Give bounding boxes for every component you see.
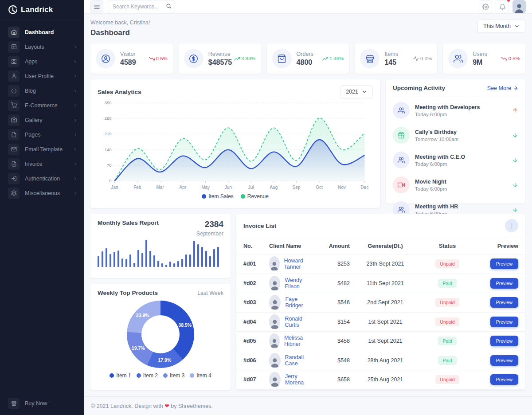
- stat-card-users: Users9M0.5%: [443, 43, 525, 74]
- monthly-sales-period: September: [196, 231, 223, 237]
- donut-legend-item[interactable]: Item 1: [110, 372, 131, 379]
- client-name-link[interactable]: Melissa Hibner: [284, 335, 310, 347]
- activity-item[interactable]: Meeting with DevelopersToday 6:00pm: [393, 98, 518, 123]
- sidebar-item-user-profile[interactable]: User Profile: [0, 69, 84, 83]
- client-name-link[interactable]: Wendy Filson: [285, 277, 310, 290]
- sidebar-item-miscellaneous[interactable]: Miscellaneous: [0, 186, 84, 200]
- preview-button[interactable]: Preview: [490, 258, 518, 269]
- client-name-link[interactable]: Randall Case: [285, 354, 310, 367]
- legend-dot: [241, 194, 245, 199]
- sales-chart-legend: Item SalesRevenue: [98, 193, 373, 200]
- legend-label: Item 2: [143, 372, 158, 379]
- see-more-link[interactable]: See More: [487, 85, 518, 91]
- legend-item-item-sales[interactable]: Item Sales: [202, 193, 234, 200]
- brand[interactable]: Landrick: [0, 0, 84, 20]
- mail-icon: [8, 144, 20, 155]
- activity-time: Today 6:00pm: [415, 112, 512, 117]
- legend-dot: [137, 373, 141, 378]
- stat-trend: 0.5%: [501, 56, 520, 62]
- year-select[interactable]: 2021: [340, 85, 373, 98]
- client-name-link[interactable]: Howard Tanner: [284, 258, 310, 270]
- sidebar-item-invoice[interactable]: Invoice: [0, 157, 84, 171]
- chevron-right-icon: [73, 59, 78, 64]
- sales-bar: [145, 240, 147, 267]
- invoice-date: 2nd Sept 2021: [350, 299, 421, 305]
- buy-now-button[interactable]: Buy Now: [0, 396, 84, 411]
- search-input[interactable]: [108, 0, 175, 13]
- activity-title: Meeting with HR: [415, 204, 512, 210]
- activity-title: Meeting with C.E.O: [415, 154, 512, 160]
- home-icon: [8, 27, 20, 38]
- monthly-sales-bars: [98, 239, 223, 267]
- svg-text:0: 0: [109, 178, 111, 183]
- sidebar-item-e-commerce[interactable]: E-Commerce: [0, 98, 84, 113]
- preview-button[interactable]: Preview: [490, 355, 518, 366]
- client-name-link[interactable]: Jerry Morena: [285, 373, 310, 386]
- activity-title: Cally's Birthday: [415, 129, 512, 135]
- client-name-link[interactable]: Ronald Curtis: [285, 316, 310, 328]
- sidebar-item-blog[interactable]: Blog: [0, 83, 84, 98]
- activity-item[interactable]: Cally's BirthdayTomorrow 10:00am: [393, 123, 518, 148]
- sidebar-nav: DashboardLayoutsAppsUser ProfileBlogE-Co…: [0, 20, 84, 200]
- invoice-menu-button[interactable]: [505, 219, 518, 232]
- buy-now-wrap: Buy Now: [0, 396, 84, 411]
- log-in-icon: [8, 173, 20, 184]
- sidebar-item-email-template[interactable]: Email Template: [0, 142, 84, 157]
- activity-item[interactable]: Meeting with C.E.OToday 6:00pm: [393, 148, 518, 172]
- preview-button[interactable]: Preview: [490, 317, 518, 327]
- donut-legend-item[interactable]: Item 2: [137, 372, 158, 379]
- activity-time: Tomorrow 10:00am: [415, 137, 512, 142]
- sales-bar: [125, 259, 127, 267]
- preview-button[interactable]: Preview: [490, 278, 518, 289]
- sales-bar: [197, 244, 199, 267]
- activity-title: Movie Night: [415, 179, 512, 185]
- activity-item[interactable]: Movie NightToday 6:00pm: [393, 172, 518, 197]
- svg-text:140: 140: [105, 147, 112, 152]
- sidebar-item-authentication[interactable]: Authentication: [0, 171, 84, 186]
- sidebar-item-dashboard[interactable]: Dashboard: [0, 25, 84, 39]
- period-select[interactable]: This Month: [477, 20, 525, 33]
- settings-button[interactable]: [479, 0, 492, 13]
- search: [108, 0, 175, 13]
- sales-bar: [133, 263, 135, 267]
- invoice-table: No.Client NameAmountGenerate(Dt.)StatusP…: [236, 238, 525, 390]
- preview-button[interactable]: Preview: [490, 336, 518, 346]
- sidebar-toggle-button[interactable]: [90, 0, 103, 13]
- preview-button[interactable]: Preview: [490, 374, 518, 385]
- bag-icon: [272, 49, 292, 68]
- sidebar-item-layouts[interactable]: Layouts: [0, 39, 84, 54]
- legend-item-revenue[interactable]: Revenue: [241, 193, 269, 200]
- column-header-amount: Amount: [310, 243, 350, 249]
- arrow-up-icon: [512, 107, 518, 114]
- invoice-row: #d07Jerry Morena$65825th Aug 2021UnpaidP…: [236, 370, 525, 390]
- sidebar-item-apps[interactable]: Apps: [0, 54, 84, 69]
- client-avatar: [269, 372, 281, 387]
- sidebar-item-pages[interactable]: Pages: [0, 127, 84, 142]
- legend-label: Revenue: [247, 193, 269, 200]
- monthly-sales-value: 2384: [196, 219, 223, 229]
- users-icon: [393, 152, 410, 168]
- sales-bar: [98, 256, 99, 267]
- sidebar-item-label: Authentication: [25, 176, 73, 182]
- notifications-button[interactable]: [496, 0, 509, 13]
- client-avatar: [269, 333, 280, 348]
- user-avatar[interactable]: [512, 0, 526, 13]
- sales-bar: [185, 254, 187, 267]
- upcoming-activity-title: Upcoming Activity: [393, 85, 445, 91]
- content: Welcome back, Cristina! Dashboard This M…: [84, 13, 532, 390]
- status-badge: Unpaid: [435, 259, 459, 268]
- preview-button[interactable]: Preview: [490, 297, 518, 308]
- donut-legend-item[interactable]: Item 4: [190, 372, 211, 379]
- svg-text:Feb: Feb: [133, 185, 141, 190]
- invoice-amount: $658: [310, 376, 350, 383]
- sidebar-item-gallery[interactable]: Gallery: [0, 113, 84, 127]
- client-name-link[interactable]: Faye Bridger: [285, 296, 310, 309]
- sidebar-item-label: Gallery: [25, 117, 73, 123]
- sales-bar: [153, 255, 155, 267]
- donut-legend-item[interactable]: Item 3: [163, 372, 184, 379]
- year-select-value: 2021: [346, 89, 358, 95]
- monthly-sales-title: Monthly Sales Report: [98, 219, 159, 226]
- search-icon[interactable]: [166, 3, 172, 9]
- legend-label: Item 3: [170, 372, 184, 379]
- monthly-sales-card: Monthly Sales Report 2384 September: [90, 214, 231, 278]
